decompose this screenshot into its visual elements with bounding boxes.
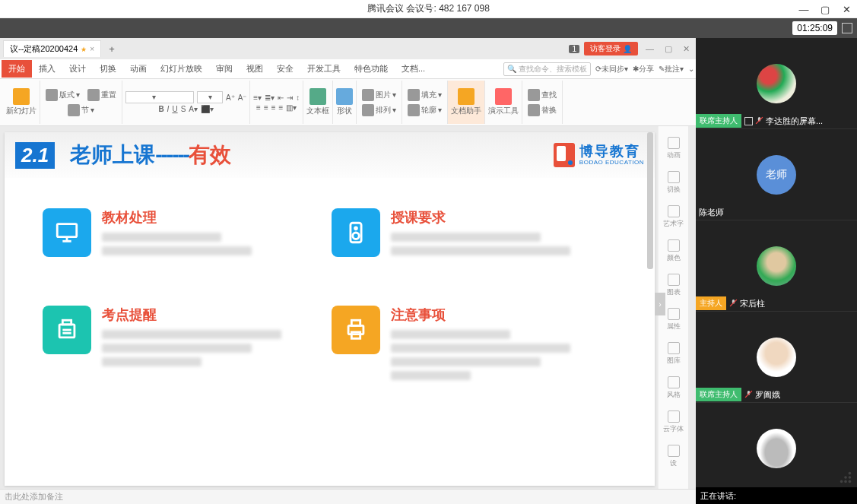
side-cloudfont[interactable]: 云字体 <box>663 410 684 434</box>
tab-security[interactable]: 安全 <box>270 60 300 78</box>
side-chart[interactable]: 图表 <box>667 274 681 297</box>
bold-icon[interactable]: B <box>158 105 163 113</box>
underline-icon[interactable]: U <box>172 105 177 113</box>
new-tab-button[interactable]: + <box>101 41 122 57</box>
avatar <box>757 338 796 377</box>
tab-insert[interactable]: 插入 <box>32 60 62 78</box>
replace-button[interactable]: 替换 <box>525 103 559 117</box>
tab-slideshow[interactable]: 幻灯片放映 <box>154 60 209 78</box>
doc-helper-button[interactable]: 文档助手 <box>451 88 481 116</box>
picture-button[interactable]: 图片▾ <box>360 88 398 102</box>
office-close-button[interactable]: ✕ <box>680 44 693 54</box>
side-settings[interactable]: 设 <box>668 445 680 468</box>
ribbon-collapse-icon[interactable]: ⌄ <box>688 65 694 73</box>
card-textbook: 教材处理 <box>43 208 301 260</box>
document-tab[interactable]: 议--定稿20200424 ★ × <box>3 40 101 57</box>
maximize-button[interactable]: ▢ <box>814 0 836 18</box>
fontsize-select[interactable]: ▾ <box>197 91 223 103</box>
align-right-icon[interactable]: ≡ <box>271 103 276 112</box>
align-center-icon[interactable]: ≡ <box>264 103 268 112</box>
tab-transition[interactable]: 切换 <box>93 60 123 78</box>
arrange-button[interactable]: 排列▾ <box>360 103 398 117</box>
minimize-button[interactable]: — <box>793 0 814 18</box>
side-transition[interactable]: 切换 <box>667 171 681 195</box>
tab-view[interactable]: 视图 <box>240 60 270 78</box>
side-gallery[interactable]: 图库 <box>667 342 681 366</box>
notification-badge[interactable]: 1 <box>569 45 579 53</box>
fontcolor-icon[interactable]: A▾ <box>189 105 198 113</box>
participant-label: 陈老师 <box>696 204 857 220</box>
side-expand-icon[interactable]: › <box>655 293 665 315</box>
card-notice: 注意事项 <box>332 306 590 385</box>
mic-muted-icon <box>729 299 738 309</box>
tab-animation[interactable]: 动画 <box>123 60 154 78</box>
tab-more[interactable]: 文档... <box>395 60 432 78</box>
indent-left-icon[interactable]: ⇤ <box>278 94 284 102</box>
textbox-button[interactable]: 文本框 <box>306 88 329 116</box>
new-slide-button[interactable]: 新幻灯片 <box>6 88 37 116</box>
participant-tile[interactable]: 联席主持人李达胜的屏幕... <box>696 38 857 129</box>
timer-bar: 01:25:09 <box>0 18 857 38</box>
slide-scrollbar[interactable] <box>647 132 653 486</box>
section-button[interactable]: 节▾ <box>65 103 97 117</box>
numbers-icon[interactable]: ≣▾ <box>265 94 275 102</box>
office-max-button[interactable]: ▢ <box>662 44 675 54</box>
svg-point-5 <box>353 233 360 239</box>
doc-tab-close[interactable]: × <box>90 45 94 53</box>
columns-icon[interactable]: ▥▾ <box>286 103 297 112</box>
participant-tile[interactable] <box>696 403 857 487</box>
tab-design[interactable]: 设计 <box>62 60 93 78</box>
tab-start[interactable]: 开始 <box>2 60 32 78</box>
participant-name: 陈老师 <box>696 207 727 218</box>
side-property[interactable]: 属性 <box>667 308 681 331</box>
svg-rect-12 <box>351 332 360 339</box>
participant-name: 李达胜的屏幕... <box>741 116 826 127</box>
decrease-font-icon[interactable]: A⁻ <box>238 94 247 102</box>
italic-icon[interactable]: I <box>167 105 170 113</box>
strike-icon[interactable]: S <box>181 105 186 113</box>
participant-tile[interactable]: 联席主持人罗阖娥 <box>696 312 857 403</box>
svg-point-19 <box>840 480 843 483</box>
side-color[interactable]: 颜色 <box>667 239 681 263</box>
participant-tile[interactable]: 主持人宋后柱 <box>696 220 857 312</box>
demo-tool-button[interactable]: 演示工具 <box>488 88 519 116</box>
fullscreen-icon[interactable] <box>842 23 852 33</box>
slide-editor: 2.1 老师上课------有效 博导教育 BODAO EDUCATION <box>0 126 696 489</box>
guest-login-button[interactable]: 访客登录 👤 <box>584 42 638 55</box>
document-tabbar: 议--定稿20200424 ★ × + 1 访客登录 👤 — ▢ ✕ <box>0 38 696 59</box>
shape-button[interactable]: 形状 <box>336 88 353 116</box>
office-min-button[interactable]: — <box>643 44 657 53</box>
font-select[interactable]: ▾ <box>125 91 194 103</box>
layout-button[interactable]: 版式▾ <box>43 88 82 102</box>
share-button[interactable]: ✱分享 <box>633 64 654 74</box>
side-wordart[interactable]: 艺术字 <box>663 205 684 229</box>
align-left-icon[interactable]: ≡ <box>256 103 261 112</box>
tab-features[interactable]: 特色功能 <box>348 60 395 78</box>
participant-label: 联席主持人李达胜的屏幕... <box>696 113 857 128</box>
indent-right-icon[interactable]: ⇥ <box>287 94 293 102</box>
notes-input[interactable]: 击此处添加备注 <box>0 489 696 504</box>
close-button[interactable]: ✕ <box>836 0 857 18</box>
command-search[interactable]: 🔍 查找命令、搜索模板 <box>503 62 591 76</box>
unsync-button[interactable]: ⟳未同步▾ <box>595 64 628 74</box>
tab-devtools[interactable]: 开发工具 <box>300 60 348 78</box>
svg-rect-11 <box>351 320 360 325</box>
bullets-icon[interactable]: ≡▾ <box>253 94 262 102</box>
reset-button[interactable]: 重置 <box>85 88 119 102</box>
svg-point-18 <box>849 476 852 479</box>
outline-button[interactable]: 轮廓▾ <box>405 103 444 117</box>
line-spacing-icon[interactable]: ↕ <box>296 94 300 102</box>
find-button[interactable]: 查找 <box>525 88 559 102</box>
side-style[interactable]: 风格 <box>667 376 681 400</box>
align-justify-icon[interactable]: ≡ <box>279 103 284 112</box>
fill-button[interactable]: 填充▾ <box>405 88 444 102</box>
participant-tile[interactable]: 老师陈老师 <box>696 129 857 220</box>
participant-label: 联席主持人罗阖娥 <box>696 387 857 402</box>
increase-font-icon[interactable]: A⁺ <box>226 94 235 102</box>
comment-button[interactable]: ✎批注▾ <box>659 64 684 74</box>
app-titlebar: 腾讯会议 会议号: 482 167 098 — ▢ ✕ <box>0 0 857 18</box>
tab-review[interactable]: 审阅 <box>209 60 240 78</box>
slide-canvas[interactable]: 2.1 老师上课------有效 博导教育 BODAO EDUCATION <box>5 132 655 486</box>
side-animation[interactable]: 动画 <box>667 137 681 160</box>
highlight-icon[interactable]: ⬛▾ <box>201 105 214 113</box>
